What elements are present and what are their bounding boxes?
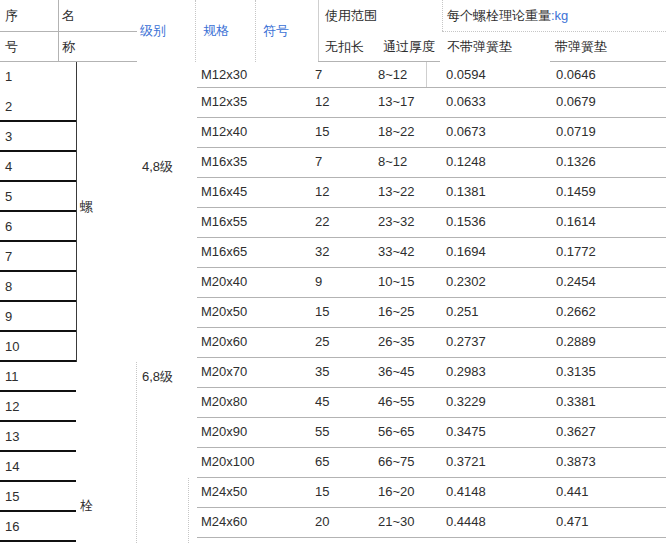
weight-spring-cell: 0.1614 bbox=[556, 207, 646, 237]
no-thread-cell: 15 bbox=[315, 477, 365, 507]
name-group-char-top: 螺 bbox=[80, 200, 93, 214]
serial-number-cell: 5 bbox=[5, 182, 65, 212]
serial-number-cell: 3 bbox=[5, 122, 65, 152]
no-thread-cell: 12 bbox=[315, 177, 365, 207]
weight-spring-cell: 0.0719 bbox=[556, 117, 646, 147]
no-thread-cell: 7 bbox=[315, 147, 365, 177]
bolt-weight-table: 序 号 名 称 级别 规格 符号 使用范围 无扣长 通过厚度 每个螺栓理论重量:… bbox=[0, 0, 666, 543]
no-thread-cell: 25 bbox=[315, 327, 365, 357]
no-thread-cell: 45 bbox=[315, 387, 365, 417]
serial-number-cell: 9 bbox=[5, 302, 65, 332]
serial-number-cell: 4 bbox=[5, 152, 65, 182]
serial-number-cell: 8 bbox=[5, 272, 65, 302]
header-divider-grade-spec bbox=[195, 0, 196, 62]
thickness-cell: 16~20 bbox=[378, 477, 438, 507]
weight-plain-cell: 0.2302 bbox=[446, 267, 536, 297]
spec-cell: M12x40 bbox=[201, 117, 301, 147]
thickness-cell: 26~35 bbox=[378, 327, 438, 357]
thickness-cell: 21~30 bbox=[378, 507, 438, 537]
serial-row-separator bbox=[0, 540, 76, 542]
weight-spring-cell: 0.1459 bbox=[556, 177, 646, 207]
no-thread-cell: 55 bbox=[315, 417, 365, 447]
serial-number-cell: 12 bbox=[5, 392, 65, 422]
spec-cell: M20x60 bbox=[201, 327, 301, 357]
serial-number-cell: 13 bbox=[5, 422, 65, 452]
grade-group-lower: 6,8级 bbox=[142, 370, 173, 384]
weight-unit-link[interactable]: :kg bbox=[551, 8, 568, 23]
header-no-thread-length: 无扣长 bbox=[325, 40, 364, 54]
weight-spring-cell: 0.471 bbox=[556, 507, 646, 537]
header-name-top: 名 bbox=[62, 9, 75, 23]
header-serial-bottom: 号 bbox=[5, 40, 18, 54]
weight-plain-cell: 0.0633 bbox=[446, 87, 536, 117]
header-divider-spec-symbol bbox=[255, 0, 256, 62]
spec-cell: M12x35 bbox=[201, 87, 301, 117]
thickness-cell: 66~75 bbox=[378, 447, 438, 477]
serial-number-cell: 14 bbox=[5, 452, 65, 482]
name-group-char-bottom: 栓 bbox=[80, 499, 93, 513]
m24-block-left-border bbox=[188, 478, 189, 543]
header-without-spring-washer: 不带弹簧垫 bbox=[447, 40, 512, 54]
thickness-cell: 13~22 bbox=[378, 177, 438, 207]
header-through-thickness: 通过厚度 bbox=[383, 40, 435, 54]
weight-spring-cell: 0.3381 bbox=[556, 387, 646, 417]
no-thread-cell: 7 bbox=[315, 62, 365, 87]
header-mid-rule-weight bbox=[442, 31, 666, 32]
weight-plain-cell: 0.0594 bbox=[446, 62, 536, 87]
spec-cell: M16x45 bbox=[201, 177, 301, 207]
spec-cell: M24x50 bbox=[201, 477, 301, 507]
weight-spring-cell: 0.2662 bbox=[556, 297, 646, 327]
grade-lower-left-border bbox=[136, 362, 137, 543]
spec-cell: M16x55 bbox=[201, 207, 301, 237]
weight-plain-cell: 0.1381 bbox=[446, 177, 536, 207]
spec-cell: M20x70 bbox=[201, 357, 301, 387]
spec-cell: M16x65 bbox=[201, 237, 301, 267]
serial-number-cell: 2 bbox=[5, 92, 65, 122]
thickness-cell: 10~15 bbox=[378, 267, 438, 297]
weight-spring-cell: 0.3627 bbox=[556, 417, 646, 447]
weight-spring-cell: 0.441 bbox=[556, 477, 646, 507]
serial-number-cell: 15 bbox=[5, 482, 65, 512]
no-thread-cell: 15 bbox=[315, 297, 365, 327]
weight-spring-cell: 0.3135 bbox=[556, 357, 646, 387]
serial-number-cell: 16 bbox=[5, 512, 65, 542]
thickness-cell: 18~22 bbox=[378, 117, 438, 147]
header-symbol-link[interactable]: 符号 bbox=[263, 24, 289, 38]
header-with-spring-washer: 带弹簧垫 bbox=[555, 40, 607, 54]
weight-spring-cell: 0.2454 bbox=[556, 267, 646, 297]
thickness-cell: 56~65 bbox=[378, 417, 438, 447]
header-grade-link[interactable]: 级别 bbox=[140, 24, 166, 38]
thickness-cell: 23~32 bbox=[378, 207, 438, 237]
serial-number-cell: 1 bbox=[5, 62, 65, 92]
spec-cell: M20x100 bbox=[201, 447, 301, 477]
no-thread-cell: 9 bbox=[315, 267, 365, 297]
weight-spring-cell: 0.1326 bbox=[556, 147, 646, 177]
serial-column-right-border bbox=[76, 62, 77, 362]
serial-number-cell: 11 bbox=[5, 362, 65, 392]
header-mid-rule-left bbox=[0, 31, 137, 32]
thickness-cell: 16~25 bbox=[378, 297, 438, 327]
no-thread-cell: 32 bbox=[315, 237, 365, 267]
weight-spring-cell: 0.1772 bbox=[556, 237, 646, 267]
weight-plain-cell: 0.4148 bbox=[446, 477, 536, 507]
no-thread-cell: 15 bbox=[315, 117, 365, 147]
thickness-cell: 33~42 bbox=[378, 237, 438, 267]
spec-cell: M20x50 bbox=[201, 297, 301, 327]
header-divider-serial-name bbox=[58, 0, 59, 62]
header-spec-link[interactable]: 规格 bbox=[203, 24, 229, 38]
weight-plain-cell: 0.4448 bbox=[446, 507, 536, 537]
spec-cell: M24x60 bbox=[201, 507, 301, 537]
thickness-cell: 8~12 bbox=[378, 147, 438, 177]
header-name-bottom: 称 bbox=[62, 40, 75, 54]
header-serial-top: 序 bbox=[5, 9, 18, 23]
weight-spring-cell: 0.3873 bbox=[556, 447, 646, 477]
weight-spring-cell: 0.0679 bbox=[556, 87, 646, 117]
serial-number-cell: 6 bbox=[5, 212, 65, 242]
thickness-cell: 8~12 bbox=[378, 62, 438, 87]
thickness-cell: 13~17 bbox=[378, 87, 438, 117]
thickness-cell: 46~55 bbox=[378, 387, 438, 417]
spec-cell: M20x40 bbox=[201, 267, 301, 297]
weight-plain-cell: 0.2983 bbox=[446, 357, 536, 387]
weight-plain-cell: 0.1536 bbox=[446, 207, 536, 237]
header-weight-title: 每个螺栓理论重量:kg bbox=[447, 9, 568, 23]
